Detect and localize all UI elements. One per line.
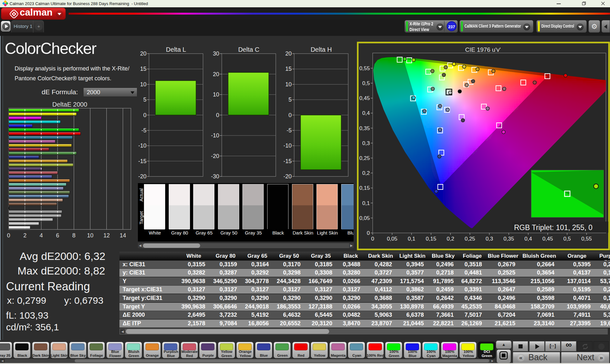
svg-text:0,35: 0,35 [359, 125, 370, 131]
svg-text:0,1: 0,1 [362, 200, 370, 206]
svg-text:0,5: 0,5 [563, 236, 571, 242]
svg-text:0,55: 0,55 [359, 65, 370, 71]
svg-text:0: 0 [367, 230, 370, 236]
svg-text:0,45: 0,45 [359, 95, 370, 101]
svg-text:0,1: 0,1 [408, 236, 416, 242]
svg-text:0: 0 [371, 236, 374, 242]
svg-text:0,2: 0,2 [362, 170, 370, 176]
svg-text:0,3: 0,3 [362, 140, 370, 146]
svg-text:0,25: 0,25 [359, 155, 370, 161]
svg-text:0,05: 0,05 [387, 236, 397, 242]
svg-text:0,35: 0,35 [504, 236, 514, 242]
svg-text:0,25: 0,25 [464, 236, 475, 242]
svg-text:0,15: 0,15 [426, 236, 436, 242]
svg-text:RGB Triplet: 101, 255, 0: RGB Triplet: 101, 255, 0 [514, 223, 593, 232]
svg-text:0,45: 0,45 [542, 236, 553, 242]
svg-text:0,15: 0,15 [359, 185, 370, 191]
svg-text:0,55: 0,55 [581, 236, 592, 242]
svg-text:0,3: 0,3 [485, 236, 493, 242]
svg-text:0,5: 0,5 [362, 80, 370, 86]
svg-text:0,4: 0,4 [525, 236, 532, 242]
svg-text:0,2: 0,2 [447, 236, 454, 242]
svg-text:CIE 1976 u'v': CIE 1976 u'v' [465, 46, 501, 53]
svg-text:0,05: 0,05 [359, 215, 370, 221]
svg-text:0,4: 0,4 [362, 110, 370, 116]
